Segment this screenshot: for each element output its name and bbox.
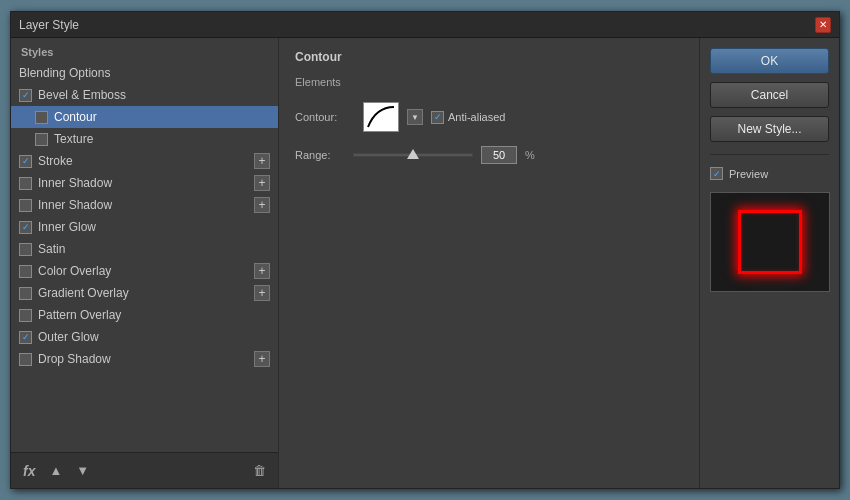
- inner-shadow-1-label: Inner Shadow: [38, 176, 112, 190]
- pattern-overlay-label: Pattern Overlay: [38, 308, 121, 322]
- outer-glow-label: Outer Glow: [38, 330, 99, 344]
- preview-label: Preview: [729, 168, 768, 180]
- main-content: Contour Elements Contour: ▼ Anti-aliased: [279, 38, 699, 488]
- preview-inner: [738, 210, 802, 274]
- preview-check-row: Preview: [710, 167, 829, 180]
- sidebar-item-texture[interactable]: Texture: [11, 128, 278, 150]
- drop-shadow-add-button[interactable]: +: [254, 351, 270, 367]
- bevel-emboss-label: Bevel & Emboss: [38, 88, 126, 102]
- drop-shadow-label: Drop Shadow: [38, 352, 111, 366]
- sidebar-item-color-overlay[interactable]: Color Overlay +: [11, 260, 278, 282]
- sidebar-footer: fx ▲ ▼ 🗑: [11, 452, 278, 488]
- delete-button[interactable]: 🗑: [249, 461, 270, 480]
- title-bar: Layer Style ✕: [11, 12, 839, 38]
- range-value-input[interactable]: [481, 146, 517, 164]
- gradient-overlay-checkbox[interactable]: [19, 287, 32, 300]
- sidebar-item-gradient-overlay[interactable]: Gradient Overlay +: [11, 282, 278, 304]
- range-slider[interactable]: [353, 147, 473, 163]
- anti-aliased-container: Anti-aliased: [431, 111, 505, 124]
- dialog-title: Layer Style: [19, 18, 79, 32]
- sidebar-item-drop-shadow[interactable]: Drop Shadow +: [11, 348, 278, 370]
- inner-shadow-1-add-button[interactable]: +: [254, 175, 270, 191]
- blending-options-label: Blending Options: [19, 66, 110, 80]
- contour-field-label: Contour:: [295, 111, 355, 123]
- stroke-checkbox[interactable]: [19, 155, 32, 168]
- move-up-button[interactable]: ▲: [45, 461, 66, 480]
- range-label: Range:: [295, 149, 345, 161]
- inner-glow-label: Inner Glow: [38, 220, 96, 234]
- divider: [710, 154, 829, 155]
- anti-aliased-checkbox[interactable]: [431, 111, 444, 124]
- gradient-overlay-add-button[interactable]: +: [254, 285, 270, 301]
- satin-checkbox[interactable]: [19, 243, 32, 256]
- outer-glow-checkbox[interactable]: [19, 331, 32, 344]
- bevel-emboss-checkbox[interactable]: [19, 89, 32, 102]
- sidebar-item-blending-options[interactable]: Blending Options: [11, 62, 278, 84]
- sidebar-item-satin[interactable]: Satin: [11, 238, 278, 260]
- sub-section-title: Elements: [295, 76, 683, 88]
- contour-preview[interactable]: [363, 102, 399, 132]
- layer-style-dialog: Layer Style ✕ Styles Blending Options Be…: [10, 11, 840, 489]
- right-panel: OK Cancel New Style... Preview: [699, 38, 839, 488]
- texture-label: Texture: [54, 132, 93, 146]
- gradient-overlay-label: Gradient Overlay: [38, 286, 129, 300]
- inner-shadow-2-label: Inner Shadow: [38, 198, 112, 212]
- sidebar-item-stroke[interactable]: Stroke +: [11, 150, 278, 172]
- drop-shadow-checkbox[interactable]: [19, 353, 32, 366]
- satin-label: Satin: [38, 242, 65, 256]
- sidebar-item-contour[interactable]: Contour: [11, 106, 278, 128]
- sidebar-item-inner-shadow-1[interactable]: Inner Shadow +: [11, 172, 278, 194]
- cancel-button[interactable]: Cancel: [710, 82, 829, 108]
- range-row: Range: %: [295, 146, 683, 164]
- color-overlay-checkbox[interactable]: [19, 265, 32, 278]
- stroke-add-button[interactable]: +: [254, 153, 270, 169]
- preview-box: [710, 192, 830, 292]
- section-title: Contour: [295, 50, 683, 64]
- anti-aliased-label: Anti-aliased: [448, 111, 505, 123]
- texture-checkbox[interactable]: [35, 133, 48, 146]
- dialog-body: Styles Blending Options Bevel & Emboss C…: [11, 38, 839, 488]
- sidebar-item-pattern-overlay[interactable]: Pattern Overlay: [11, 304, 278, 326]
- sidebar-item-inner-shadow-2[interactable]: Inner Shadow +: [11, 194, 278, 216]
- new-style-button[interactable]: New Style...: [710, 116, 829, 142]
- pattern-overlay-checkbox[interactable]: [19, 309, 32, 322]
- contour-label: Contour: [54, 110, 97, 124]
- sidebar-header: Styles: [11, 42, 278, 62]
- contour-checkbox[interactable]: [35, 111, 48, 124]
- sidebar-list: Styles Blending Options Bevel & Emboss C…: [11, 38, 278, 452]
- stroke-label: Stroke: [38, 154, 73, 168]
- range-unit: %: [525, 149, 535, 161]
- sidebar-item-inner-glow[interactable]: Inner Glow: [11, 216, 278, 238]
- inner-shadow-2-add-button[interactable]: +: [254, 197, 270, 213]
- close-button[interactable]: ✕: [815, 17, 831, 33]
- inner-glow-checkbox[interactable]: [19, 221, 32, 234]
- sidebar-item-bevel-emboss[interactable]: Bevel & Emboss: [11, 84, 278, 106]
- contour-row: Contour: ▼ Anti-aliased: [295, 102, 683, 132]
- ok-button[interactable]: OK: [710, 48, 829, 74]
- inner-shadow-1-checkbox[interactable]: [19, 177, 32, 190]
- sidebar: Styles Blending Options Bevel & Emboss C…: [11, 38, 279, 488]
- color-overlay-add-button[interactable]: +: [254, 263, 270, 279]
- preview-checkbox[interactable]: [710, 167, 723, 180]
- slider-thumb[interactable]: [407, 149, 419, 159]
- inner-shadow-2-checkbox[interactable]: [19, 199, 32, 212]
- sidebar-item-outer-glow[interactable]: Outer Glow: [11, 326, 278, 348]
- color-overlay-label: Color Overlay: [38, 264, 111, 278]
- move-down-button[interactable]: ▼: [72, 461, 93, 480]
- contour-dropdown[interactable]: ▼: [407, 109, 423, 125]
- fx-button[interactable]: fx: [19, 461, 39, 481]
